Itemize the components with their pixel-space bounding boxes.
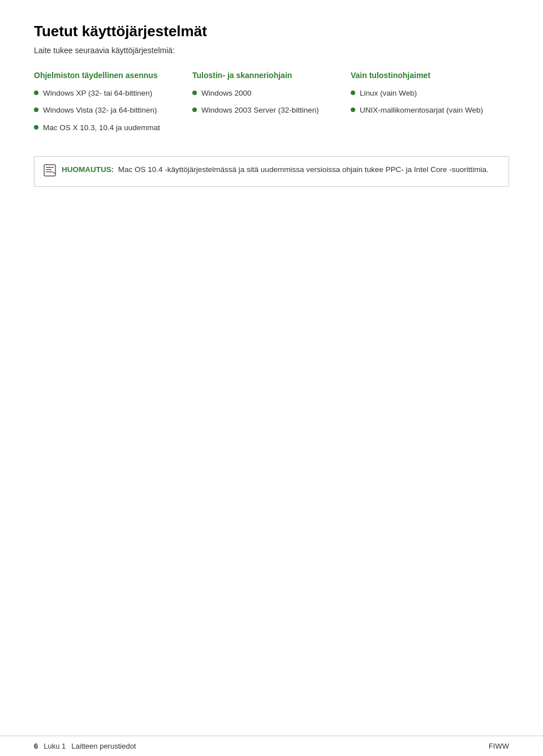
bullet-icon	[351, 108, 355, 112]
bullet-icon	[34, 91, 38, 95]
col2-header: Tulostin- ja skanneriohjain	[192, 71, 339, 80]
note-label: HUOMAUTUS:	[62, 165, 114, 174]
footer-left: 6 Luku 1 Laitteen perustiedot	[34, 742, 136, 750]
col3-list: Linux (vain Web) UNIX-mallikomentosarjat…	[351, 88, 498, 117]
col1-item-2: Windows Vista (32- ja 64-bittinen)	[43, 105, 157, 116]
page-footer: 6 Luku 1 Laitteen perustiedot FIWW	[0, 736, 543, 756]
column-printer-scanner: Tulostin- ja skanneriohjain Windows 2000…	[192, 71, 351, 139]
svg-rect-2	[46, 169, 51, 170]
bullet-icon	[34, 108, 38, 112]
page-subtitle: Laite tukee seuraavia käyttöjärjestelmiä…	[34, 46, 509, 55]
column-full-install: Ohjelmiston täydellinen asennus Windows …	[34, 71, 192, 139]
list-item: Mac OS X 10.3, 10.4 ja uudemmat	[34, 122, 181, 134]
list-item: Linux (vain Web)	[351, 88, 498, 99]
list-item: Windows XP (32- tai 64-bittinen)	[34, 88, 181, 99]
note-content: HUOMAUTUS: Mac OS 10.4 -käyttöjärjestelm…	[62, 164, 489, 176]
list-item: Windows Vista (32- ja 64-bittinen)	[34, 105, 181, 116]
col2-list: Windows 2000 Windows 2003 Server (32-bit…	[192, 88, 339, 117]
col3-item-2: UNIX-mallikomentosarjat (vain Web)	[360, 105, 483, 116]
footer-chapter-title: Laitteen perustiedot	[71, 742, 136, 750]
footer-page-number: 6	[34, 742, 38, 750]
footer-chapter: Luku 1	[44, 742, 66, 750]
list-item: Windows 2003 Server (32-bittinen)	[192, 105, 339, 116]
note-box: HUOMAUTUS: Mac OS 10.4 -käyttöjärjestelm…	[34, 156, 509, 187]
supported-os-table: Ohjelmiston täydellinen asennus Windows …	[34, 71, 509, 139]
note-icon	[44, 164, 56, 179]
svg-rect-1	[46, 167, 54, 168]
col1-header: Ohjelmiston täydellinen asennus	[34, 71, 181, 80]
column-driver-only: Vain tulostinohjaimet Linux (vain Web) U…	[351, 71, 509, 139]
list-item: Windows 2000	[192, 88, 339, 99]
list-item: UNIX-mallikomentosarjat (vain Web)	[351, 105, 498, 116]
col3-item-1: Linux (vain Web)	[360, 88, 417, 99]
col1-list: Windows XP (32- tai 64-bittinen) Windows…	[34, 88, 181, 134]
bullet-icon	[351, 91, 355, 95]
svg-rect-3	[46, 171, 53, 173]
bullet-icon	[192, 108, 197, 112]
col1-item-1: Windows XP (32- tai 64-bittinen)	[43, 88, 152, 99]
col2-item-2: Windows 2003 Server (32-bittinen)	[201, 105, 319, 116]
col2-item-1: Windows 2000	[201, 88, 252, 99]
footer-brand: FIWW	[489, 742, 509, 750]
note-text: Mac OS 10.4 -käyttöjärjestelmässä ja sit…	[118, 165, 489, 174]
col3-header: Vain tulostinohjaimet	[351, 71, 498, 80]
col1-item-3: Mac OS X 10.3, 10.4 ja uudemmat	[43, 122, 160, 134]
bullet-icon	[192, 91, 197, 95]
svg-rect-0	[44, 165, 55, 176]
page-title: Tuetut käyttöjärjestelmät	[34, 23, 509, 40]
bullet-icon	[34, 125, 38, 130]
